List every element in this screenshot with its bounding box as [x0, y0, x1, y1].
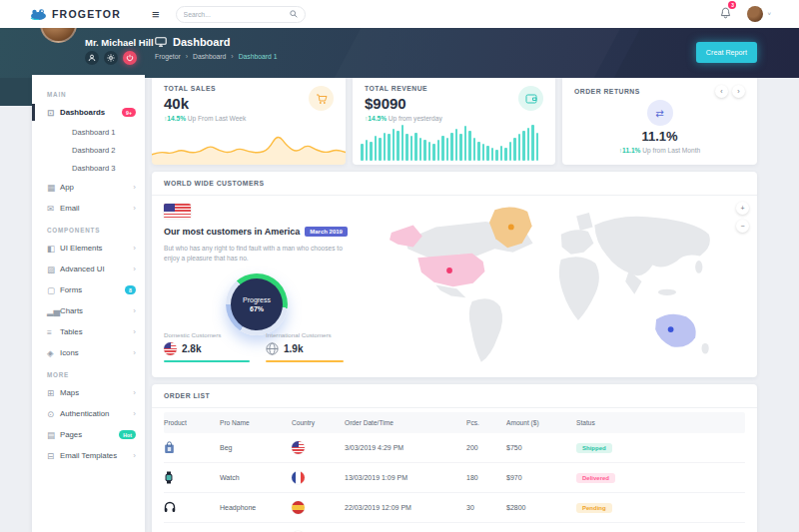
table-row[interactable]: Beg3/03/2019 4:29 PM200$750Shipped — [164, 433, 745, 463]
international-customers-value: 1.9k — [284, 343, 303, 354]
map-zoom-controls: + − — [736, 202, 749, 233]
revenue-bar — [459, 134, 462, 161]
sidebar-subitem-dashboard-2[interactable]: Dashboard 2 — [32, 141, 145, 159]
chevron-down-icon[interactable]: ˅ — [767, 11, 771, 17]
world-map — [370, 202, 747, 369]
sidebar-section-label: COMPONENTS — [47, 227, 145, 234]
page-title: Dashboard — [173, 36, 230, 48]
column-header: Pcs. — [466, 419, 506, 426]
gear-icon — [107, 54, 115, 62]
revenue-bar — [509, 142, 512, 161]
order-date: 22/03/2019 12:09 PM — [345, 504, 466, 511]
revenue-bar — [388, 134, 391, 161]
revenue-bar — [468, 131, 471, 161]
chevron-right-icon: › — [133, 244, 136, 253]
sidebar-item-label: Forms — [60, 285, 82, 294]
sidebar-item-label: App — [60, 183, 74, 192]
revenue-bar — [513, 138, 516, 161]
create-report-button[interactable]: Creat Report — [696, 42, 757, 63]
product-name: Beg — [220, 444, 292, 451]
revenue-bar — [419, 138, 422, 161]
monitor-icon — [155, 37, 167, 47]
map-zoom-out-button[interactable]: − — [736, 220, 749, 233]
map-indonesia — [658, 289, 676, 295]
hamburger-menu-icon[interactable]: ≡ — [152, 8, 160, 21]
table-row[interactable]: Watch13/03/2019 1:09 PM180$970Delivered — [164, 463, 745, 493]
sidebar-item-email-templates[interactable]: ⊟Email Templates› — [32, 445, 145, 466]
sidebar-item-pages[interactable]: ▤PagesHot — [32, 424, 145, 445]
column-header: Product — [164, 419, 220, 426]
sidebar-item-tables[interactable]: ≡Tables› — [32, 321, 145, 342]
total-sales-trend: ↑14.5% Up From Last Week — [164, 115, 334, 122]
revenue-bar — [446, 138, 449, 161]
country-flag-icon — [292, 441, 345, 455]
total-revenue-card: TOTAL REVENUE $9090 ↑14.5% Up from yeste… — [353, 75, 555, 165]
revenue-bar — [491, 148, 494, 161]
status-cell: Delivered — [576, 473, 745, 483]
sidebar-item-charts[interactable]: ▂▅Charts› — [32, 300, 145, 321]
order-list-card: ORDER LIST ProductPro NameCountryOrder D… — [152, 384, 757, 532]
sidebar-item-advanced-ui[interactable]: ▨Advanced UI› — [32, 259, 145, 279]
advanced-ui-icon: ▨ — [47, 265, 60, 274]
revenue-bar — [437, 140, 440, 161]
dashboard-icon: ⊡ — [47, 108, 60, 118]
icons-icon: ◈ — [47, 348, 60, 358]
customer-mini-stats: Domestic Customers 2.8k International Cu… — [164, 331, 354, 362]
progress-label: Progress — [243, 296, 271, 303]
sidebar-item-dashboards[interactable]: ⊡Dashboards9+ — [32, 102, 145, 123]
sidebar-item-label: Dashboards — [60, 108, 105, 117]
sidebar-section-label: MORE — [47, 371, 145, 378]
sidebar-item-maps[interactable]: ⊞Maps› — [32, 382, 145, 403]
table-row[interactable]: Headphone22/03/2019 12:09 PM30$2800Pendi… — [164, 493, 745, 523]
profile-button[interactable] — [85, 51, 99, 65]
order-pcs: 180 — [466, 474, 506, 481]
main-content: TOTAL SALES 40k ↑14.5% Up From Last Week… — [152, 75, 757, 532]
map-zoom-in-button[interactable]: + — [736, 202, 749, 215]
sidebar-item-label: Tables — [60, 327, 83, 336]
user-quick-actions — [85, 51, 137, 65]
sidebar: MAIN⊡Dashboards9+Dashboard 1Dashboard 2D… — [32, 75, 145, 532]
swap-arrows-icon: ⇄ — [647, 100, 673, 126]
carousel-next-button[interactable]: › — [732, 85, 745, 98]
logout-button[interactable] — [123, 51, 137, 65]
bag-icon — [164, 441, 220, 455]
user-name: Mr. Michael Hill — [85, 37, 154, 48]
revenue-bar — [401, 125, 404, 161]
breadcrumb-item[interactable]: Frogetor — [155, 53, 181, 60]
map-marker-greenland — [508, 225, 514, 231]
sidebar-item-ui-elements[interactable]: ◧UI Elements› — [32, 238, 145, 259]
sidebar-subitem-dashboard-1[interactable]: Dashboard 1 — [32, 123, 145, 141]
search-input[interactable] — [184, 11, 290, 18]
sidebar-item-forms[interactable]: ▢Forms8 — [32, 279, 145, 300]
order-returns-trend: ↑11.1% Up from Last Month — [562, 147, 757, 154]
sidebar-item-label: Email — [60, 204, 80, 213]
settings-button[interactable] — [104, 51, 118, 65]
carousel-prev-button[interactable]: ‹ — [715, 85, 728, 98]
sidebar-subitem-dashboard-3[interactable]: Dashboard 3 — [32, 159, 145, 177]
map-asia — [594, 217, 710, 275]
map-africa — [559, 257, 599, 320]
topbar-right: 3 ˅ — [720, 5, 771, 23]
map-new-zealand — [701, 343, 708, 354]
breadcrumb-item[interactable]: Dashboard 1 — [239, 53, 278, 60]
revenue-bar — [495, 150, 498, 161]
table-row[interactable]: Purse14/03/2019 8:27 PM100$520Shipped — [164, 523, 745, 532]
topbar-avatar[interactable] — [747, 6, 763, 22]
sidebar-item-icons[interactable]: ◈Icons› — [32, 342, 145, 363]
sidebar-item-app[interactable]: ▦App› — [32, 177, 145, 198]
ui-elements-icon: ◧ — [47, 244, 60, 254]
wallet-icon-bubble — [518, 86, 543, 111]
notifications-button[interactable]: 3 — [720, 5, 731, 23]
map-central-america — [435, 285, 465, 298]
order-date: 3/03/2019 4:29 PM — [345, 444, 466, 451]
search-box[interactable] — [176, 6, 306, 23]
date-badge: March 2019 — [305, 227, 348, 237]
sidebar-item-email[interactable]: ✉Email› — [32, 198, 145, 219]
domestic-customers-value: 2.8k — [182, 343, 201, 354]
search-icon[interactable] — [290, 10, 298, 18]
sidebar-item-authentication[interactable]: ⊙Authentication› — [32, 403, 145, 424]
page-header: Dashboard Frogetor›Dashboard›Dashboard 1 — [155, 36, 278, 60]
brand-logo[interactable]: FROGETOR — [30, 8, 152, 20]
breadcrumb-item[interactable]: Dashboard — [193, 53, 226, 60]
revenue-bar — [414, 133, 417, 162]
